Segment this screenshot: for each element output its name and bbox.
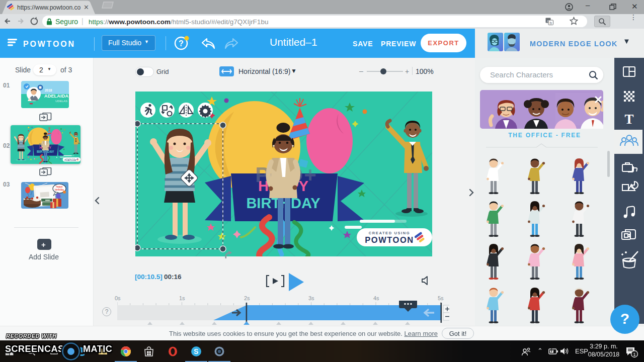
svg-text:2018: 2018 [45,88,52,92]
svg-text:?: ? [179,39,184,48]
svg-text:ADELAIDA: ADELAIDA [44,94,68,99]
svg-text:birthday: birthday [55,189,64,191]
svg-text:CREATED USING: CREATED USING [369,231,410,235]
svg-text:b: b [550,21,552,25]
svg-text:UDELAS: UDELAS [55,100,67,103]
svg-text:S: S [194,347,198,355]
svg-text:T: T [624,112,633,127]
svg-text:1: 1 [633,352,635,357]
svg-text:POWTOON: POWTOON [365,235,414,244]
svg-text:happy: happy [56,186,63,188]
